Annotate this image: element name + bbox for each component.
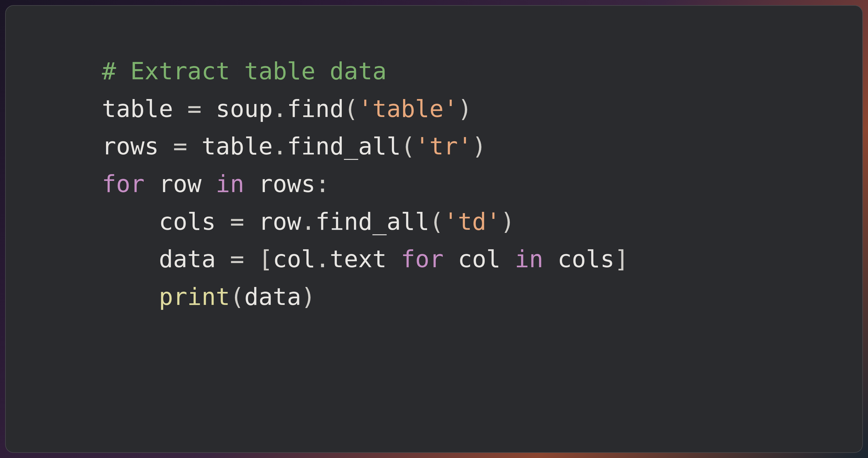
code-token: row [145,170,216,197]
code-line-4: for row in rows: [102,165,862,203]
code-token: ) [301,283,315,310]
code-token: find_all [315,208,429,235]
code-line-2: table = soup.find('table') [102,90,862,128]
code-token: text [330,245,401,273]
code-token: ( [230,283,244,310]
code-token: cols [543,245,614,273]
code-token: rows [244,170,315,197]
code-token: rows [102,132,173,160]
code-line-5: cols = row.find_all('td') [102,203,862,241]
code-token: ] [614,245,629,273]
code-token: : [315,170,330,197]
code-indent [102,283,159,310]
code-token: ( [344,95,358,122]
code-token: = [230,245,244,273]
code-token: . [315,245,330,273]
code-keyword: for [401,245,444,273]
code-indent [102,245,159,273]
code-line-6: data = [col.text for col in cols] [102,240,862,278]
code-token: soup [202,95,273,122]
code-token: . [273,95,287,122]
code-block: # Extract table data table = soup.find('… [5,5,863,453]
code-keyword: in [515,245,544,273]
code-token: . [273,132,287,160]
code-line-7: print(data) [102,278,862,316]
code-token: [ [258,245,273,273]
code-token: ) [472,132,487,160]
code-string: 'td' [444,208,500,235]
code-token: = [187,95,202,122]
code-comment: # Extract table data [102,57,387,85]
code-token: row [244,208,301,235]
code-token: data [244,283,301,310]
code-token: = [230,208,244,235]
code-keyword: in [216,170,244,197]
code-line-1: # Extract table data [102,53,862,90]
code-line-3: rows = table.find_all('tr') [102,128,862,165]
code-token: table [102,95,187,122]
code-token: = [173,132,187,160]
code-token: data [159,245,230,273]
code-token: col [444,245,515,273]
code-token [244,245,258,273]
code-token: ( [429,208,444,235]
code-token: ) [458,95,472,122]
code-token: table [187,132,273,160]
code-token: find_all [287,132,401,160]
code-token: ) [500,208,515,235]
code-token: cols [159,208,230,235]
code-token: . [301,208,315,235]
code-string: 'table' [358,95,458,122]
code-token: find [287,95,344,122]
code-keyword: for [102,170,145,197]
code-token: col [273,245,315,273]
code-builtin: print [159,283,230,310]
code-indent [102,208,159,235]
code-token: ( [401,132,415,160]
code-string: 'tr' [415,132,472,160]
